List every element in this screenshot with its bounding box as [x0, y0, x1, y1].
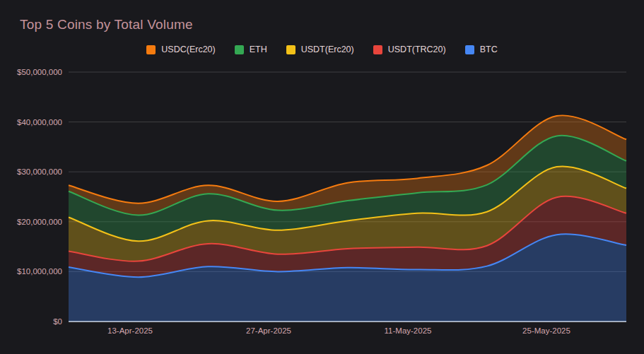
- y-axis-tick-label: $0: [0, 316, 62, 327]
- stacked-area-chart: [0, 0, 644, 354]
- y-axis-tick-label: $50,000,000: [0, 66, 62, 78]
- x-axis-tick-label: 11-May-2025: [358, 325, 457, 336]
- x-axis-tick-label: 13-Apr-2025: [81, 325, 180, 336]
- x-axis-tick-label: 27-Apr-2025: [219, 325, 318, 336]
- y-axis-tick-label: $10,000,000: [0, 266, 62, 277]
- x-axis-tick-label: 25-May-2025: [497, 325, 596, 336]
- y-axis-tick-label: $20,000,000: [0, 216, 62, 228]
- y-axis-tick-label: $40,000,000: [0, 117, 62, 128]
- y-axis-tick-label: $30,000,000: [0, 166, 62, 177]
